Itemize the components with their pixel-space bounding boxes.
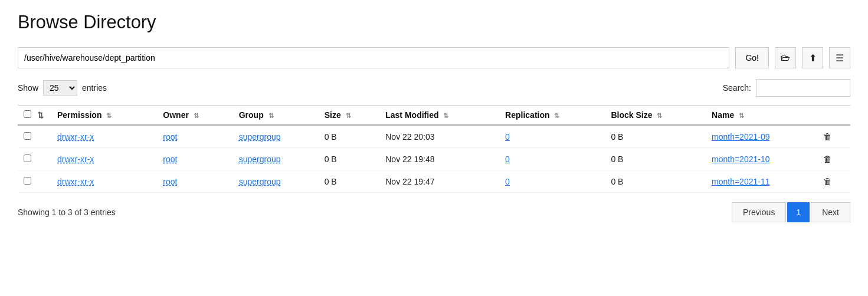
row-block-size: 0 B [605, 170, 706, 193]
row-group[interactable]: supergroup [233, 125, 319, 148]
list-icon: ☰ [836, 52, 844, 64]
col-actions [817, 106, 850, 126]
col-last-modified[interactable]: Last Modified ⇅ [379, 106, 499, 126]
next-button[interactable]: Next [811, 202, 850, 222]
row-replication[interactable]: 0 [499, 148, 605, 170]
col-group[interactable]: Group ⇅ [233, 106, 319, 126]
entries-label: entries [82, 83, 107, 93]
show-entries: Show 10 25 50 100 entries [18, 80, 107, 96]
row-block-size: 0 B [605, 148, 706, 170]
row-block-size: 0 B [605, 125, 706, 148]
row-sort-cell [37, 170, 51, 193]
row-size: 0 B [319, 170, 380, 193]
row-owner[interactable]: root [157, 125, 232, 148]
col-size[interactable]: Size ⇅ [319, 106, 380, 126]
go-button[interactable]: Go! [735, 47, 769, 68]
row-permission[interactable]: drwxr-xr-x [51, 170, 157, 193]
col-owner[interactable]: Owner ⇅ [157, 106, 232, 126]
sort-asc-icon: ⇅ [37, 111, 44, 120]
show-label: Show [18, 83, 38, 93]
upload-icon-button[interactable]: ⬆ [802, 47, 823, 68]
controls-row: Show 10 25 50 100 entries Search: [18, 79, 850, 97]
search-input[interactable] [756, 79, 850, 97]
col-block-size[interactable]: Block Size ⇅ [605, 106, 706, 126]
folder-icon-button[interactable]: 🗁 [775, 47, 796, 68]
directory-table: ⇅ Permission ⇅ Owner ⇅ Group ⇅ Size ⇅ La… [18, 105, 850, 193]
row-checkbox[interactable] [24, 132, 31, 140]
list-icon-button[interactable]: ☰ [829, 47, 850, 68]
table-row: drwxr-xr-x root supergroup 0 B Nov 22 19… [18, 148, 850, 170]
table-row: drwxr-xr-x root supergroup 0 B Nov 22 19… [18, 170, 850, 193]
entries-select[interactable]: 10 25 50 100 [43, 80, 77, 96]
row-permission[interactable]: drwxr-xr-x [51, 125, 157, 148]
row-sort-cell [37, 148, 51, 170]
folder-icon: 🗁 [781, 52, 790, 63]
path-bar: Go! 🗁 ⬆ ☰ [18, 47, 850, 68]
page-title: Browse Directory [18, 12, 850, 33]
row-name[interactable]: month=2021-10 [706, 148, 817, 170]
row-permission[interactable]: drwxr-xr-x [51, 148, 157, 170]
row-last-modified: Nov 22 19:48 [379, 148, 499, 170]
row-checkbox-cell [18, 125, 37, 148]
row-group[interactable]: supergroup [233, 170, 319, 193]
search-box: Search: [723, 79, 850, 97]
col-checkbox [18, 106, 37, 126]
row-checkbox-cell [18, 170, 37, 193]
col-permission[interactable]: Permission ⇅ [51, 106, 157, 126]
row-delete-cell: 🗑 [817, 170, 850, 193]
row-delete-cell: 🗑 [817, 148, 850, 170]
col-name[interactable]: Name ⇅ [706, 106, 817, 126]
delete-icon[interactable]: 🗑 [823, 154, 832, 164]
delete-icon[interactable]: 🗑 [823, 131, 832, 142]
row-owner[interactable]: root [157, 170, 232, 193]
row-last-modified: Nov 22 19:47 [379, 170, 499, 193]
row-size: 0 B [319, 148, 380, 170]
row-checkbox[interactable] [24, 154, 31, 162]
current-page-button[interactable]: 1 [787, 202, 810, 222]
row-replication[interactable]: 0 [499, 170, 605, 193]
upload-icon: ⬆ [809, 52, 817, 64]
row-delete-cell: 🗑 [817, 125, 850, 148]
search-label: Search: [723, 83, 751, 93]
row-replication[interactable]: 0 [499, 125, 605, 148]
pagination: Previous 1 Next [732, 202, 850, 222]
row-group[interactable]: supergroup [233, 148, 319, 170]
delete-icon[interactable]: 🗑 [823, 176, 832, 186]
footer-row: Showing 1 to 3 of 3 entries Previous 1 N… [18, 202, 850, 222]
row-checkbox-cell [18, 148, 37, 170]
col-replication[interactable]: Replication ⇅ [499, 106, 605, 126]
previous-button[interactable]: Previous [732, 202, 786, 222]
showing-text: Showing 1 to 3 of 3 entries [18, 208, 116, 217]
row-owner[interactable]: root [157, 148, 232, 170]
col-sort-asc[interactable]: ⇅ [37, 106, 51, 126]
path-input[interactable] [18, 47, 729, 68]
row-last-modified: Nov 22 20:03 [379, 125, 499, 148]
row-checkbox[interactable] [24, 177, 31, 185]
select-all-checkbox[interactable] [24, 110, 31, 118]
row-name[interactable]: month=2021-09 [706, 125, 817, 148]
row-name[interactable]: month=2021-11 [706, 170, 817, 193]
row-size: 0 B [319, 125, 380, 148]
table-row: drwxr-xr-x root supergroup 0 B Nov 22 20… [18, 125, 850, 148]
row-sort-cell [37, 125, 51, 148]
